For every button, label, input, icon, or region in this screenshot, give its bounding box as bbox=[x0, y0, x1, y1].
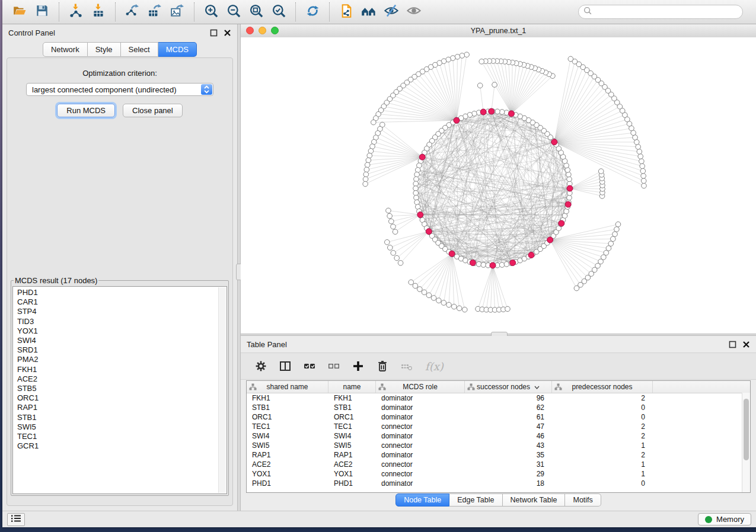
table-cell[interactable]: 31 bbox=[465, 460, 552, 469]
dominator-node[interactable] bbox=[417, 211, 423, 217]
table-cell[interactable]: 0 bbox=[552, 479, 653, 488]
dominator-node[interactable] bbox=[510, 260, 516, 266]
mcds-result-item[interactable]: PHD1 bbox=[17, 288, 227, 297]
tab-mcds[interactable]: MCDS bbox=[158, 42, 197, 57]
dominator-node[interactable] bbox=[547, 237, 553, 243]
mcds-result-list[interactable]: PHD1CAR1STP4TID3YOX1SWI4SRD1PMA2FKH1ACE2… bbox=[12, 286, 227, 494]
dominator-node[interactable] bbox=[470, 260, 476, 266]
dominator-node[interactable] bbox=[490, 262, 496, 268]
table-cell[interactable]: dominator bbox=[376, 432, 465, 440]
table-cell[interactable]: ORC1 bbox=[247, 413, 328, 421]
mcds-result-item[interactable]: SRD1 bbox=[17, 345, 227, 355]
table-row[interactable]: SWI5SWI5connector431 bbox=[247, 441, 750, 450]
maximize-window-icon[interactable] bbox=[271, 27, 279, 34]
table-row[interactable]: FKH1FKH1dominator962 bbox=[247, 393, 750, 403]
table-cell[interactable]: FKH1 bbox=[328, 394, 376, 402]
dominator-node[interactable] bbox=[508, 111, 514, 117]
zoom-selected-button[interactable] bbox=[267, 2, 290, 22]
table-cell[interactable]: YOX1 bbox=[247, 470, 328, 478]
table-cell[interactable]: 35 bbox=[465, 451, 552, 459]
mcds-result-item[interactable]: ORC1 bbox=[17, 393, 227, 403]
table-cell[interactable]: dominator bbox=[376, 413, 465, 421]
create-column-button[interactable] bbox=[351, 359, 365, 373]
table-settings-button[interactable] bbox=[254, 359, 268, 373]
table-row[interactable]: RAP1RAP1dominator352 bbox=[247, 450, 750, 460]
table-cell[interactable]: 2 bbox=[552, 422, 653, 431]
table-cell[interactable]: 29 bbox=[465, 470, 552, 478]
column-menu-chevron-icon[interactable] bbox=[534, 383, 540, 391]
table-cell[interactable]: 2 bbox=[552, 432, 653, 440]
table-row[interactable]: SWI4SWI4dominator462 bbox=[247, 431, 750, 441]
table-cell[interactable]: SWI5 bbox=[328, 441, 376, 450]
close-panel-button[interactable]: Close panel bbox=[123, 104, 183, 117]
dominator-node[interactable] bbox=[565, 201, 571, 207]
mcds-result-item[interactable]: TID3 bbox=[17, 317, 227, 326]
deselect-all-columns-button[interactable] bbox=[327, 359, 341, 373]
mcds-result-item[interactable]: PMA2 bbox=[17, 355, 227, 364]
mcds-result-item[interactable]: GCR1 bbox=[17, 441, 227, 451]
table-cell[interactable]: PHD1 bbox=[247, 479, 328, 488]
export-network-button[interactable] bbox=[121, 2, 143, 22]
close-window-icon[interactable] bbox=[246, 27, 254, 34]
table-cell[interactable]: ACE2 bbox=[247, 460, 328, 469]
table-cell[interactable]: STB1 bbox=[247, 403, 328, 412]
show-graphics-details-button[interactable] bbox=[403, 2, 425, 22]
dominator-node[interactable] bbox=[528, 252, 534, 258]
column-header-predecessor-nodes[interactable]: predecessor nodes bbox=[552, 381, 653, 393]
table-cell[interactable]: PHD1 bbox=[328, 479, 376, 488]
mcds-list-scrollbar[interactable] bbox=[218, 287, 226, 493]
table-cell[interactable]: dominator bbox=[376, 394, 465, 402]
dominator-node[interactable] bbox=[551, 139, 557, 145]
zoom-in-button[interactable] bbox=[200, 2, 222, 22]
mcds-result-item[interactable]: SWI4 bbox=[17, 336, 227, 345]
tab-network[interactable]: Network bbox=[43, 42, 88, 57]
table-cell[interactable]: RAP1 bbox=[247, 451, 328, 459]
float-panel-icon[interactable] bbox=[729, 341, 736, 348]
table-row[interactable]: PHD1PHD1dominator180 bbox=[247, 479, 750, 488]
dominator-node[interactable] bbox=[480, 109, 486, 115]
table-row[interactable]: STB1STB1dominator620 bbox=[247, 403, 750, 412]
table-cell[interactable]: 46 bbox=[465, 432, 552, 440]
table-cell[interactable]: connector bbox=[376, 470, 465, 478]
table-cell[interactable]: TEC1 bbox=[247, 422, 328, 431]
mcds-result-item[interactable]: RAP1 bbox=[17, 403, 227, 412]
table-cell[interactable]: connector bbox=[376, 441, 465, 450]
scrollbar-thumb[interactable] bbox=[744, 399, 749, 460]
apply-layout-button[interactable] bbox=[301, 2, 324, 22]
import-network-button[interactable] bbox=[65, 2, 87, 22]
table-cell[interactable]: 2 bbox=[552, 394, 653, 402]
table-vertical-scrollbar[interactable] bbox=[742, 393, 750, 492]
close-panel-icon[interactable] bbox=[224, 29, 231, 37]
tab-motifs[interactable]: Motifs bbox=[565, 493, 601, 507]
export-image-button[interactable] bbox=[166, 2, 189, 22]
dominator-node[interactable] bbox=[419, 154, 425, 160]
table-cell[interactable]: YOX1 bbox=[328, 470, 376, 478]
network-search-box[interactable] bbox=[578, 5, 743, 19]
table-cell[interactable]: STB1 bbox=[328, 403, 376, 412]
show-panels-button[interactable] bbox=[7, 513, 25, 526]
import-table-button[interactable] bbox=[87, 2, 110, 22]
optimization-criterion-select[interactable]: largest connected component (undirected) bbox=[26, 83, 213, 96]
mcds-result-item[interactable]: FKH1 bbox=[17, 365, 227, 374]
table-row[interactable]: YOX1YOX1connector291 bbox=[247, 469, 750, 479]
dominator-node[interactable] bbox=[454, 117, 460, 123]
table-cell[interactable]: 43 bbox=[465, 441, 552, 450]
table-cell[interactable]: 96 bbox=[465, 394, 552, 402]
table-cell[interactable]: dominator bbox=[376, 403, 465, 412]
search-input[interactable] bbox=[592, 7, 738, 17]
mcds-result-item[interactable]: SWI5 bbox=[17, 422, 227, 432]
table-cell[interactable]: connector bbox=[376, 422, 465, 431]
find-network-button[interactable] bbox=[358, 2, 380, 22]
select-all-columns-button[interactable] bbox=[302, 359, 317, 373]
network-document-button[interactable] bbox=[335, 2, 358, 22]
float-panel-icon[interactable] bbox=[210, 29, 218, 37]
show-column-panel-button[interactable] bbox=[278, 359, 292, 373]
dominator-node[interactable] bbox=[567, 185, 573, 191]
mcds-result-item[interactable]: YOX1 bbox=[17, 326, 227, 336]
dominator-node[interactable] bbox=[449, 251, 455, 257]
export-table-button[interactable] bbox=[143, 2, 166, 22]
minimize-window-icon[interactable] bbox=[259, 27, 266, 34]
table-cell[interactable]: 18 bbox=[465, 479, 552, 488]
table-cell[interactable]: 62 bbox=[465, 403, 552, 412]
network-canvas[interactable] bbox=[241, 37, 756, 334]
